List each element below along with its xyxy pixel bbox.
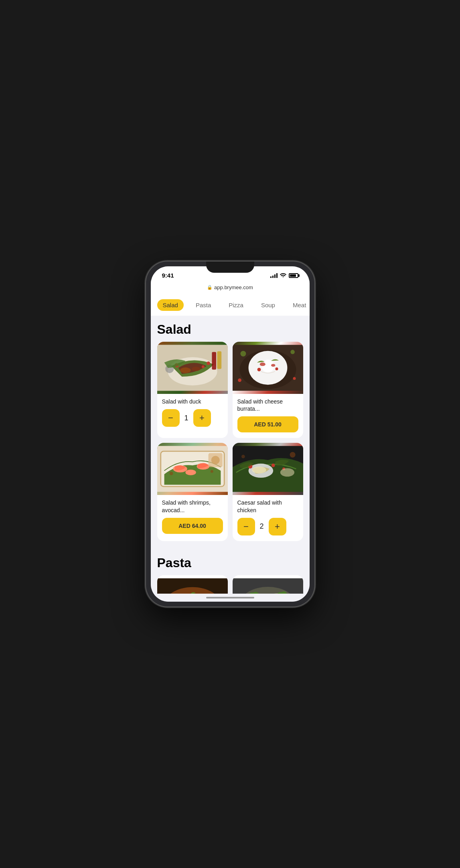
salad-grid: Salad with duck − 1 + (157, 342, 303, 546)
home-indicator (151, 594, 310, 602)
food-card-shrimps: Salad with shrimps, avocad... AED 64.00 (157, 443, 228, 541)
tab-salad[interactable]: Salad (157, 299, 184, 311)
food-image-duck (157, 342, 228, 394)
svg-point-32 (210, 470, 213, 473)
food-name-duck: Salad with duck (162, 398, 223, 405)
food-info-caesar: Caesar salad with chicken (233, 495, 303, 513)
svg-point-18 (271, 364, 275, 367)
status-time: 9:41 (162, 272, 174, 279)
svg-point-7 (201, 365, 204, 368)
decrease-caesar-button[interactable]: − (237, 518, 255, 535)
quantity-duck-value: 1 (184, 414, 188, 422)
food-image-caesar (233, 443, 303, 495)
signal-icon (270, 273, 278, 278)
food-card-pasta-2: Pasta with shrimp (233, 575, 303, 594)
quantity-control-caesar: − 2 + (237, 518, 298, 535)
food-image-pasta-1 (157, 575, 228, 594)
content-area[interactable]: Salad Pasta Pizza Soup Meat Salad (151, 294, 310, 594)
food-info-burrata: Salad with cheese burrata... (233, 394, 303, 412)
wifi-icon (280, 272, 286, 278)
price-button-burrata[interactable]: AED 51.00 (237, 416, 298, 432)
svg-point-31 (169, 472, 173, 475)
decrease-duck-button[interactable]: − (162, 409, 180, 427)
tab-pizza[interactable]: Pizza (223, 299, 249, 311)
food-card-pasta-1: Pasta with seafood (157, 575, 228, 594)
pasta-section: Pasta (151, 546, 310, 594)
svg-point-39 (271, 464, 275, 467)
svg-point-24 (293, 377, 296, 380)
food-name-caesar: Caesar salad with chicken (237, 499, 298, 513)
food-name-shrimps: Salad with shrimps, avocad... (162, 499, 223, 513)
quantity-control-duck: − 1 + (162, 409, 223, 427)
svg-point-6 (207, 361, 210, 365)
svg-point-23 (238, 378, 241, 382)
svg-point-34 (211, 456, 219, 464)
price-button-shrimps[interactable]: AED 64.00 (162, 518, 223, 534)
increase-caesar-button[interactable]: + (269, 518, 286, 535)
status-icons (270, 272, 298, 278)
home-bar (206, 597, 254, 598)
svg-point-30 (185, 470, 196, 475)
food-card-caesar: Caesar salad with chicken − 2 + (233, 443, 303, 541)
food-name-burrata: Salad with cheese burrata... (237, 398, 298, 412)
lock-icon: 🔒 (207, 285, 213, 290)
svg-point-20 (275, 367, 278, 370)
salad-section-title: Salad (157, 316, 303, 342)
svg-rect-8 (212, 352, 216, 369)
tab-pasta[interactable]: Pasta (190, 299, 217, 311)
svg-point-41 (280, 468, 294, 477)
svg-point-42 (290, 452, 295, 458)
url-address: app.brymee.com (214, 284, 253, 290)
url-text: 🔒 app.brymee.com (159, 284, 302, 290)
food-info-shrimps: Salad with shrimps, avocad... (157, 495, 228, 513)
phone-wrapper: 9:41 (146, 262, 314, 606)
pasta-section-title: Pasta (157, 549, 303, 575)
svg-rect-9 (217, 351, 221, 369)
salad-section: Salad (151, 316, 310, 546)
food-image-pasta-2 (233, 575, 303, 594)
svg-point-19 (257, 368, 261, 371)
svg-point-21 (240, 351, 246, 357)
svg-point-22 (290, 350, 295, 354)
phone-screen: 9:41 (151, 266, 310, 602)
increase-duck-button[interactable]: + (193, 409, 211, 427)
tab-soup[interactable]: Soup (255, 299, 281, 311)
food-info-duck: Salad with duck (157, 394, 228, 405)
food-card-burrata: Salad with cheese burrata... AED 51.00 (233, 342, 303, 438)
svg-point-43 (241, 455, 245, 458)
food-card-duck: Salad with duck − 1 + (157, 342, 228, 438)
phone-frame: 9:41 (146, 262, 314, 606)
tab-meat[interactable]: Meat (287, 299, 310, 311)
battery-icon (289, 273, 298, 278)
pasta-grid: Pasta with seafood (157, 575, 303, 594)
svg-point-17 (259, 363, 265, 366)
quantity-caesar-value: 2 (260, 522, 264, 531)
url-bar: 🔒 app.brymee.com (151, 282, 310, 294)
food-image-burrata (233, 342, 303, 394)
svg-point-3 (180, 367, 190, 373)
svg-point-4 (192, 367, 200, 371)
category-tabs: Salad Pasta Pizza Soup Meat (151, 294, 310, 316)
food-image-shrimps (157, 443, 228, 495)
notch (206, 262, 254, 273)
svg-point-37 (252, 466, 266, 474)
